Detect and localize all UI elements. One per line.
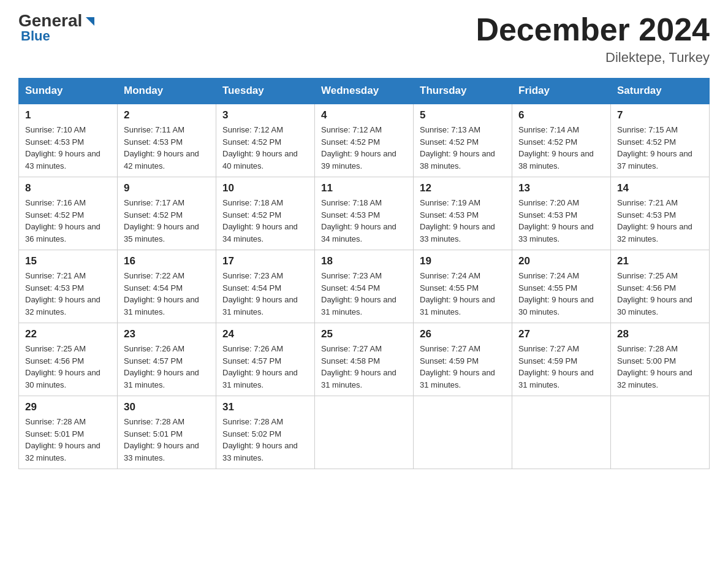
- calendar-cell: 25 Sunrise: 7:27 AMSunset: 4:58 PMDaylig…: [315, 323, 414, 396]
- calendar-cell: 11 Sunrise: 7:18 AMSunset: 4:53 PMDaylig…: [315, 177, 414, 250]
- day-number: 29: [25, 401, 111, 413]
- day-number: 2: [124, 109, 210, 121]
- location-title: Dilektepe, Turkey: [476, 50, 710, 66]
- day-number: 22: [25, 328, 111, 340]
- day-info: Sunrise: 7:28 AMSunset: 5:01 PMDaylight:…: [124, 416, 210, 464]
- calendar-cell: 2 Sunrise: 7:11 AMSunset: 4:53 PMDayligh…: [118, 104, 216, 177]
- calendar-cell: [315, 396, 414, 469]
- calendar-cell: 30 Sunrise: 7:28 AMSunset: 5:01 PMDaylig…: [118, 396, 216, 469]
- calendar-cell: 7 Sunrise: 7:15 AMSunset: 4:52 PMDayligh…: [611, 104, 710, 177]
- col-thursday: Thursday: [414, 79, 512, 104]
- calendar-cell: 4 Sunrise: 7:12 AMSunset: 4:52 PMDayligh…: [315, 104, 414, 177]
- day-number: 13: [518, 182, 604, 194]
- day-info: Sunrise: 7:16 AMSunset: 4:52 PMDaylight:…: [25, 197, 111, 245]
- day-info: Sunrise: 7:20 AMSunset: 4:53 PMDaylight:…: [518, 197, 604, 245]
- col-sunday: Sunday: [19, 79, 118, 104]
- day-number: 27: [518, 328, 604, 340]
- day-number: 7: [617, 109, 703, 121]
- calendar-cell: 27 Sunrise: 7:27 AMSunset: 4:59 PMDaylig…: [512, 323, 611, 396]
- logo: General Blue: [18, 12, 97, 43]
- day-number: 16: [124, 255, 210, 267]
- week-row-2: 8 Sunrise: 7:16 AMSunset: 4:52 PMDayligh…: [19, 177, 710, 250]
- calendar-cell: 23 Sunrise: 7:26 AMSunset: 4:57 PMDaylig…: [118, 323, 216, 396]
- title-section: December 2024 Dilektepe, Turkey: [476, 12, 710, 66]
- day-number: 5: [420, 109, 506, 121]
- day-info: Sunrise: 7:11 AMSunset: 4:53 PMDaylight:…: [124, 124, 210, 172]
- month-title: December 2024: [476, 12, 710, 47]
- day-number: 26: [420, 328, 506, 340]
- day-number: 3: [222, 109, 308, 121]
- day-number: 25: [321, 328, 407, 340]
- svg-marker-0: [86, 17, 94, 26]
- day-info: Sunrise: 7:14 AMSunset: 4:52 PMDaylight:…: [518, 124, 604, 172]
- day-info: Sunrise: 7:26 AMSunset: 4:57 PMDaylight:…: [124, 343, 210, 391]
- day-number: 23: [124, 328, 210, 340]
- day-number: 9: [124, 182, 210, 194]
- day-info: Sunrise: 7:18 AMSunset: 4:53 PMDaylight:…: [321, 197, 407, 245]
- calendar-cell: 26 Sunrise: 7:27 AMSunset: 4:59 PMDaylig…: [414, 323, 512, 396]
- calendar-body: 1 Sunrise: 7:10 AMSunset: 4:53 PMDayligh…: [19, 104, 710, 469]
- day-number: 15: [25, 255, 111, 267]
- day-info: Sunrise: 7:23 AMSunset: 4:54 PMDaylight:…: [222, 270, 308, 318]
- col-saturday: Saturday: [611, 79, 710, 104]
- day-info: Sunrise: 7:28 AMSunset: 5:00 PMDaylight:…: [617, 343, 703, 391]
- calendar-cell: 29 Sunrise: 7:28 AMSunset: 5:01 PMDaylig…: [19, 396, 118, 469]
- calendar-cell: 16 Sunrise: 7:22 AMSunset: 4:54 PMDaylig…: [118, 250, 216, 323]
- day-info: Sunrise: 7:17 AMSunset: 4:52 PMDaylight:…: [124, 197, 210, 245]
- col-monday: Monday: [118, 79, 216, 104]
- calendar-cell: 15 Sunrise: 7:21 AMSunset: 4:53 PMDaylig…: [19, 250, 118, 323]
- calendar-cell: 17 Sunrise: 7:23 AMSunset: 4:54 PMDaylig…: [216, 250, 315, 323]
- calendar-cell: 20 Sunrise: 7:24 AMSunset: 4:55 PMDaylig…: [512, 250, 611, 323]
- page-header: General Blue December 2024 Dilektepe, Tu…: [18, 12, 710, 66]
- calendar-cell: 9 Sunrise: 7:17 AMSunset: 4:52 PMDayligh…: [118, 177, 216, 250]
- calendar-cell: 3 Sunrise: 7:12 AMSunset: 4:52 PMDayligh…: [216, 104, 315, 177]
- calendar-cell: 1 Sunrise: 7:10 AMSunset: 4:53 PMDayligh…: [19, 104, 118, 177]
- day-info: Sunrise: 7:12 AMSunset: 4:52 PMDaylight:…: [321, 124, 407, 172]
- day-number: 12: [420, 182, 506, 194]
- day-number: 14: [617, 182, 703, 194]
- calendar-header: Sunday Monday Tuesday Wednesday Thursday…: [19, 79, 710, 104]
- day-info: Sunrise: 7:27 AMSunset: 4:59 PMDaylight:…: [420, 343, 506, 391]
- calendar-cell: [414, 396, 512, 469]
- day-number: 28: [617, 328, 703, 340]
- calendar-cell: 10 Sunrise: 7:18 AMSunset: 4:52 PMDaylig…: [216, 177, 315, 250]
- logo-general-text: General: [18, 12, 82, 29]
- day-number: 8: [25, 182, 111, 194]
- calendar-cell: [611, 396, 710, 469]
- day-info: Sunrise: 7:18 AMSunset: 4:52 PMDaylight:…: [222, 197, 308, 245]
- calendar-cell: [512, 396, 611, 469]
- calendar-cell: 6 Sunrise: 7:14 AMSunset: 4:52 PMDayligh…: [512, 104, 611, 177]
- day-number: 11: [321, 182, 407, 194]
- day-number: 1: [25, 109, 111, 121]
- day-info: Sunrise: 7:24 AMSunset: 4:55 PMDaylight:…: [518, 270, 604, 318]
- day-number: 24: [222, 328, 308, 340]
- week-row-5: 29 Sunrise: 7:28 AMSunset: 5:01 PMDaylig…: [19, 396, 710, 469]
- day-info: Sunrise: 7:13 AMSunset: 4:52 PMDaylight:…: [420, 124, 506, 172]
- calendar-cell: 28 Sunrise: 7:28 AMSunset: 5:00 PMDaylig…: [611, 323, 710, 396]
- day-number: 10: [222, 182, 308, 194]
- day-info: Sunrise: 7:26 AMSunset: 4:57 PMDaylight:…: [222, 343, 308, 391]
- day-number: 4: [321, 109, 407, 121]
- calendar-cell: 18 Sunrise: 7:23 AMSunset: 4:54 PMDaylig…: [315, 250, 414, 323]
- day-info: Sunrise: 7:23 AMSunset: 4:54 PMDaylight:…: [321, 270, 407, 318]
- day-info: Sunrise: 7:25 AMSunset: 4:56 PMDaylight:…: [617, 270, 703, 318]
- col-tuesday: Tuesday: [216, 79, 315, 104]
- calendar-cell: 21 Sunrise: 7:25 AMSunset: 4:56 PMDaylig…: [611, 250, 710, 323]
- calendar-cell: 8 Sunrise: 7:16 AMSunset: 4:52 PMDayligh…: [19, 177, 118, 250]
- day-info: Sunrise: 7:28 AMSunset: 5:02 PMDaylight:…: [222, 416, 308, 464]
- col-friday: Friday: [512, 79, 611, 104]
- day-info: Sunrise: 7:25 AMSunset: 4:56 PMDaylight:…: [25, 343, 111, 391]
- week-row-1: 1 Sunrise: 7:10 AMSunset: 4:53 PMDayligh…: [19, 104, 710, 177]
- col-wednesday: Wednesday: [315, 79, 414, 104]
- calendar-cell: 5 Sunrise: 7:13 AMSunset: 4:52 PMDayligh…: [414, 104, 512, 177]
- calendar-table: Sunday Monday Tuesday Wednesday Thursday…: [18, 78, 710, 469]
- day-info: Sunrise: 7:22 AMSunset: 4:54 PMDaylight:…: [124, 270, 210, 318]
- day-number: 18: [321, 255, 407, 267]
- day-number: 6: [518, 109, 604, 121]
- day-info: Sunrise: 7:21 AMSunset: 4:53 PMDaylight:…: [25, 270, 111, 318]
- day-number: 19: [420, 255, 506, 267]
- day-number: 17: [222, 255, 308, 267]
- day-info: Sunrise: 7:15 AMSunset: 4:52 PMDaylight:…: [617, 124, 703, 172]
- day-info: Sunrise: 7:10 AMSunset: 4:53 PMDaylight:…: [25, 124, 111, 172]
- day-info: Sunrise: 7:21 AMSunset: 4:53 PMDaylight:…: [617, 197, 703, 245]
